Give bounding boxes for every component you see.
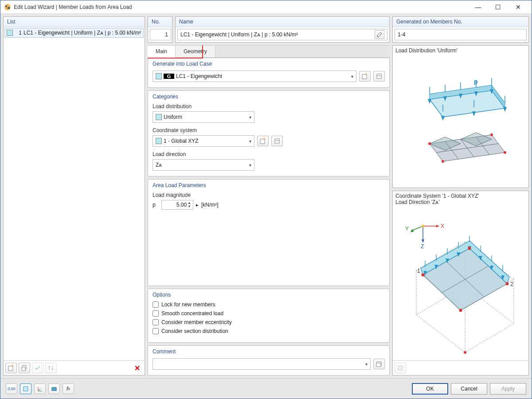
- axes-button[interactable]: [34, 383, 46, 394]
- area-params-title: Area Load Parameters: [148, 180, 389, 189]
- svg-text:Z: Z: [421, 243, 424, 250]
- tab-geometry[interactable]: Geometry: [176, 46, 215, 57]
- maximize-button[interactable]: ☐: [488, 1, 508, 13]
- svg-rect-6: [362, 74, 367, 79]
- tab-main[interactable]: Main: [148, 46, 176, 58]
- comment-library-button[interactable]: [373, 359, 385, 369]
- smooth-load-checkbox[interactable]: Smooth concentrated load: [153, 310, 385, 317]
- svg-text:1: 1: [417, 268, 420, 274]
- svg-rect-7: [377, 74, 381, 78]
- svg-rect-3: [8, 366, 13, 371]
- loadcase-value: LC1 - Eigengewicht: [176, 73, 222, 79]
- render-button[interactable]: [48, 383, 60, 394]
- list-item-number: 1: [15, 30, 22, 36]
- load-distribution-dropdown[interactable]: Uniform ▾: [153, 111, 254, 123]
- svg-marker-19: [428, 99, 431, 103]
- cs-label: Coordinate system: [153, 127, 385, 133]
- coordinate-system-dropdown[interactable]: 1 - Global XYZ ▾: [153, 135, 254, 147]
- section-dist-checkbox[interactable]: Consider section distribution: [153, 328, 385, 334]
- svg-text:Y: Y: [405, 226, 409, 232]
- svg-point-42: [490, 133, 493, 136]
- svg-point-44: [442, 160, 444, 163]
- svg-marker-31: [442, 116, 444, 120]
- svg-point-85: [464, 351, 466, 354]
- dist-diagram-title: Load Distribution 'Uniform': [393, 46, 528, 55]
- cs-library-button[interactable]: [271, 136, 283, 146]
- svg-point-81: [422, 273, 425, 276]
- lock-members-checkbox[interactable]: Lock for new members: [153, 301, 385, 308]
- dist-label: Load distribution: [153, 103, 385, 110]
- delete-button[interactable]: ✕: [131, 363, 143, 373]
- load-direction-dropdown[interactable]: Zᴀ ▾: [153, 159, 254, 171]
- minimize-button[interactable]: —: [468, 1, 488, 13]
- load-case-dropdown[interactable]: G LC1 - Eigengewicht ▾: [153, 70, 356, 82]
- generated-on-input[interactable]: 1-4: [395, 29, 527, 40]
- svg-rect-93: [52, 387, 56, 391]
- svg-marker-29: [504, 107, 506, 111]
- chevron-down-icon: ▾: [249, 115, 251, 120]
- svg-point-1: [5, 5, 7, 7]
- dir-label: Load direction: [153, 151, 385, 157]
- load-magnitude-input[interactable]: 5.00 ▲▼: [161, 200, 193, 210]
- svg-marker-46: [436, 225, 439, 227]
- list-panel: List 1 LC1 - Eigengewicht | Uniform | Zᴀ…: [3, 16, 145, 376]
- svg-line-92: [38, 389, 40, 391]
- view-settings-button[interactable]: [395, 363, 406, 373]
- display-button[interactable]: [20, 383, 31, 394]
- list-header: List: [4, 17, 145, 27]
- name-input[interactable]: LC1 - Eigengewicht | Uniform | Zᴀ | p : …: [177, 29, 387, 40]
- generated-on-label: Generated on Members No.: [393, 17, 528, 27]
- svg-rect-2: [8, 7, 10, 9]
- chevron-down-icon: ▾: [365, 362, 368, 367]
- units-button[interactable]: 0,00: [6, 383, 17, 394]
- svg-point-83: [506, 282, 509, 285]
- sort-button[interactable]: [45, 363, 57, 373]
- cs-diagram-title: Coordinate System '1 - Global XYZ' Load …: [393, 191, 528, 207]
- svg-text:2: 2: [510, 281, 513, 287]
- member-ecc-checkbox[interactable]: Consider member eccentricity: [153, 319, 385, 325]
- load-distribution-diagram: p: [393, 55, 528, 188]
- check-button[interactable]: [32, 363, 43, 373]
- svg-rect-13: [376, 363, 381, 367]
- svg-rect-10: [275, 139, 279, 143]
- close-button[interactable]: ✕: [508, 1, 528, 13]
- dist-color-swatch: [156, 114, 162, 120]
- generate-group-title: Generate into Load Case: [148, 58, 389, 68]
- new-loadcase-button[interactable]: [359, 71, 371, 82]
- cs-color-swatch: [156, 138, 162, 144]
- svg-point-54: [422, 225, 424, 227]
- chevron-down-icon: ▾: [249, 163, 251, 168]
- apply-button[interactable]: Apply: [490, 383, 526, 395]
- svg-line-48: [412, 226, 423, 231]
- no-input[interactable]: 1: [150, 29, 171, 40]
- svg-rect-89: [23, 387, 28, 391]
- chevron-down-icon: ▾: [351, 74, 353, 79]
- name-label: Name: [176, 17, 389, 27]
- no-label: No.: [148, 17, 172, 27]
- new-item-button[interactable]: [5, 363, 17, 373]
- comment-title: Comment: [148, 346, 389, 356]
- p-symbol: p: [153, 202, 159, 208]
- edit-name-icon[interactable]: [375, 30, 384, 39]
- categories-group-title: Categories: [148, 91, 389, 101]
- dialog-footer: 0,00 fx OK Cancel Apply: [0, 378, 532, 399]
- chevron-down-icon: ▾: [249, 139, 251, 144]
- svg-text:X: X: [441, 223, 444, 229]
- window-title: Edit Load Wizard | Member Loads from Are…: [14, 4, 468, 10]
- function-button[interactable]: fx: [63, 383, 74, 394]
- svg-rect-88: [398, 366, 403, 370]
- coordinate-system-diagram: X Y Z: [393, 207, 528, 360]
- list-item[interactable]: 1 LC1 - Eigengewicht | Uniform | Zᴀ | p …: [4, 28, 144, 38]
- tab-strip: Main Geometry: [148, 45, 390, 58]
- svg-point-84: [459, 309, 462, 312]
- comment-input[interactable]: ▾: [153, 358, 371, 370]
- svg-point-82: [468, 246, 471, 250]
- color-swatch: [7, 30, 13, 36]
- loadcase-library-button[interactable]: [373, 71, 385, 82]
- svg-marker-33: [473, 112, 475, 115]
- copy-item-button[interactable]: [19, 363, 30, 373]
- ok-button[interactable]: OK: [412, 383, 448, 395]
- loadcase-badge: G: [164, 74, 174, 79]
- new-cs-button[interactable]: [257, 136, 269, 146]
- cancel-button[interactable]: Cancel: [451, 383, 487, 395]
